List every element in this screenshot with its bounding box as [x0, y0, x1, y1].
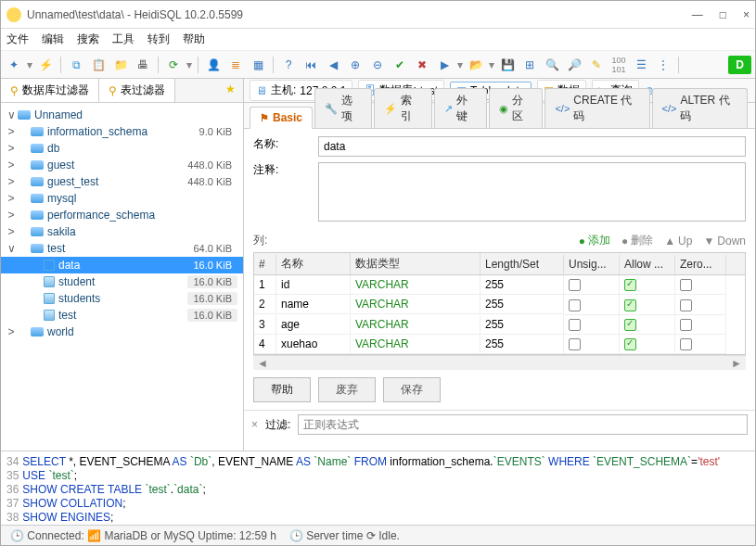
- minimize-button[interactable]: —: [692, 8, 703, 21]
- cancel-icon[interactable]: ✖: [413, 56, 431, 74]
- highlight-icon[interactable]: ✎: [587, 56, 606, 74]
- column-row[interactable]: 3ageVARCHAR255: [254, 315, 745, 335]
- bolt-icon[interactable]: ⚡: [36, 56, 55, 74]
- discard-button[interactable]: 废弃: [318, 377, 376, 402]
- donate-button[interactable]: D: [728, 56, 751, 74]
- tab-foreign[interactable]: ↗外键: [434, 88, 487, 128]
- folder-icon[interactable]: 📁: [111, 56, 130, 74]
- favorite-icon[interactable]: ★: [218, 79, 243, 102]
- binary-icon[interactable]: 100101: [609, 56, 628, 74]
- col-header[interactable]: Length/Set: [481, 255, 564, 273]
- prev-icon[interactable]: ◀: [324, 56, 342, 74]
- tab-table-filter[interactable]: ⚲表过滤器: [99, 79, 175, 102]
- search-icon[interactable]: 🔎: [565, 56, 583, 74]
- down-button[interactable]: ▼ Down: [703, 235, 746, 248]
- menu-file[interactable]: 文件: [6, 32, 29, 47]
- tree-row[interactable]: >guest_test448.0 KiB: [1, 173, 243, 190]
- menu-tools[interactable]: 工具: [112, 32, 135, 47]
- filter-icon: ⚲: [109, 84, 117, 97]
- del-column-button[interactable]: ●删除: [621, 233, 653, 248]
- col-header[interactable]: 名称: [276, 253, 351, 274]
- filter-icon: ⚲: [10, 84, 19, 97]
- tree-row[interactable]: >mysql: [1, 190, 243, 207]
- maximize-button[interactable]: □: [720, 8, 726, 21]
- copy-icon[interactable]: ⧉: [67, 56, 85, 74]
- tree-row[interactable]: >world: [1, 324, 243, 340]
- add-icon[interactable]: ⊕: [346, 56, 365, 74]
- col-header[interactable]: Unsig...: [564, 255, 620, 273]
- flag-icon: ⚑: [260, 112, 269, 124]
- link-icon: ↗: [444, 103, 453, 115]
- help-icon[interactable]: ?: [279, 56, 298, 74]
- filter-label: 过滤:: [265, 417, 290, 433]
- grid-icon[interactable]: ▦: [249, 56, 267, 74]
- user-icon[interactable]: 👤: [204, 56, 223, 74]
- paste-icon[interactable]: 📋: [89, 56, 108, 74]
- minus-icon: ●: [621, 235, 628, 248]
- tree-row[interactable]: student16.0 KiB: [1, 273, 243, 290]
- table-name-input[interactable]: [318, 136, 746, 157]
- open-icon[interactable]: 📂: [467, 56, 485, 74]
- print-icon[interactable]: 🖶: [134, 56, 152, 74]
- comment-input[interactable]: [318, 162, 746, 222]
- code-icon: </>: [555, 103, 570, 114]
- grid-scrollbar[interactable]: ◄►: [253, 355, 746, 370]
- col-header[interactable]: 数据类型: [351, 253, 481, 274]
- col-header[interactable]: #: [254, 255, 276, 273]
- columns-label: 列:: [253, 233, 267, 248]
- wand-icon[interactable]: ✦: [5, 56, 23, 74]
- tree-row[interactable]: >guest448.0 KiB: [1, 157, 243, 173]
- save-icon[interactable]: 💾: [498, 56, 517, 74]
- filter-input[interactable]: [298, 414, 748, 435]
- zoom-icon[interactable]: 🔍: [543, 56, 561, 74]
- menu-help[interactable]: 帮助: [183, 32, 205, 47]
- tree-row[interactable]: ∨Unnamed: [1, 107, 243, 123]
- tab-options[interactable]: 🔧选项: [314, 88, 372, 128]
- tree-row[interactable]: >db: [1, 140, 243, 157]
- first-icon[interactable]: ⏮: [301, 56, 320, 74]
- menu-icon[interactable]: ☰: [632, 56, 650, 74]
- list-icon[interactable]: ≣: [226, 56, 245, 74]
- col-header[interactable]: Zero...: [675, 255, 726, 273]
- play-icon[interactable]: ▶: [435, 56, 454, 74]
- col-header[interactable]: Allow ...: [620, 255, 675, 273]
- up-button[interactable]: ▲ Up: [664, 235, 692, 248]
- conn-icon: 📶: [87, 529, 101, 542]
- tree-row[interactable]: >information_schema9.0 KiB: [1, 123, 243, 140]
- tree-row[interactable]: >performance_schema: [1, 207, 243, 223]
- save-button[interactable]: 保存: [383, 377, 441, 402]
- sql-line: 36SHOW CREATE TABLE `test`.`data`;: [6, 483, 750, 497]
- sql-log[interactable]: 34SELECT *, EVENT_SCHEMA AS `Db`, EVENT_…: [1, 451, 755, 525]
- code-icon: </>: [662, 103, 677, 114]
- window-icon[interactable]: ⊞: [520, 56, 539, 74]
- tree-row[interactable]: data16.0 KiB: [1, 257, 243, 273]
- column-row[interactable]: 1idVARCHAR255: [254, 275, 745, 295]
- add-column-button[interactable]: ●添加: [579, 233, 610, 248]
- more-icon[interactable]: ⋮: [654, 56, 673, 74]
- columns-grid[interactable]: #名称数据类型Length/SetUnsig...Allow ...Zero..…: [253, 252, 746, 355]
- tab-create[interactable]: </>CREATE 代码: [545, 88, 649, 128]
- tree-row[interactable]: students16.0 KiB: [1, 290, 243, 307]
- column-row[interactable]: 2nameVARCHAR255: [254, 295, 745, 314]
- menu-edit[interactable]: 编辑: [42, 32, 64, 47]
- tab-index[interactable]: ⚡索引: [374, 88, 431, 128]
- tab-db-filter[interactable]: ⚲数据库过滤器: [1, 79, 99, 102]
- menu-search[interactable]: 搜索: [77, 32, 99, 47]
- column-row[interactable]: 4xuehaoVARCHAR255: [254, 335, 745, 354]
- refresh-icon[interactable]: ⟳: [164, 56, 183, 74]
- remove-icon[interactable]: ⊖: [368, 56, 387, 74]
- ok-icon[interactable]: ✔: [391, 56, 409, 74]
- tab-partition[interactable]: ◉分区: [489, 88, 543, 128]
- tab-basic[interactable]: ⚑Basic: [250, 107, 313, 129]
- tree-row[interactable]: ∨test64.0 KiB: [1, 240, 243, 257]
- menu-goto[interactable]: 转到: [147, 32, 170, 47]
- tree-row[interactable]: test16.0 KiB: [1, 307, 243, 324]
- filter-close-button[interactable]: ×: [251, 418, 258, 431]
- tab-alter[interactable]: </>ALTER 代码: [652, 88, 749, 128]
- close-button[interactable]: ×: [743, 8, 750, 21]
- db-tree[interactable]: ∨Unnamed>information_schema9.0 KiB>db>gu…: [1, 103, 243, 451]
- help-button[interactable]: 帮助: [253, 377, 311, 402]
- idle-icon: ⟳: [366, 529, 376, 542]
- tree-row[interactable]: >sakila: [1, 223, 243, 240]
- bolt-icon: ⚡: [384, 103, 397, 115]
